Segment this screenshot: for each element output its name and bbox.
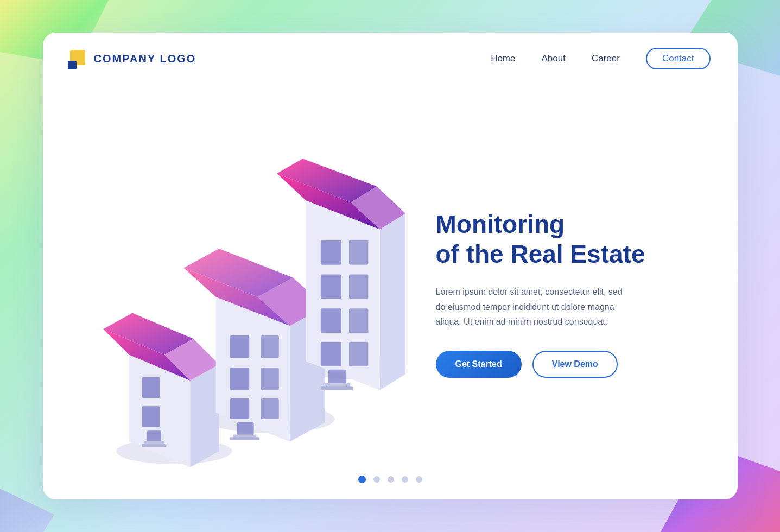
svg-rect-34 — [320, 274, 341, 299]
main-card: COMPANY LOGO Home About Career Contact — [43, 33, 738, 499]
nav-about[interactable]: About — [542, 53, 566, 64]
svg-marker-4 — [190, 364, 219, 467]
dot-2[interactable] — [373, 476, 380, 483]
dot-1[interactable] — [358, 476, 366, 483]
svg-rect-12 — [142, 444, 166, 447]
svg-rect-42 — [320, 387, 352, 390]
svg-marker-27 — [306, 200, 379, 390]
navbar: COMPANY LOGO Home About Career Contact — [43, 33, 738, 85]
svg-rect-18 — [230, 335, 249, 358]
content-area: Monitoring of the Real Estate Lorem ipsu… — [425, 210, 738, 378]
dot-4[interactable] — [402, 476, 408, 483]
get-started-button[interactable]: Get Started — [436, 351, 522, 378]
logo-text: COMPANY LOGO — [94, 53, 196, 65]
svg-rect-40 — [328, 370, 346, 384]
svg-rect-10 — [147, 430, 161, 442]
svg-rect-20 — [230, 398, 249, 419]
svg-rect-19 — [230, 368, 249, 390]
hero-section: Monitoring of the Real Estate Lorem ipsu… — [43, 85, 738, 499]
svg-marker-28 — [379, 213, 405, 390]
svg-rect-22 — [261, 368, 278, 390]
svg-rect-35 — [348, 274, 368, 299]
svg-rect-26 — [230, 437, 259, 440]
hero-description: Lorem ipsum dolor sit amet, consectetur … — [436, 284, 631, 329]
illustration-area — [43, 85, 425, 499]
dot-5[interactable] — [416, 476, 422, 483]
nav-career[interactable]: Career — [592, 53, 620, 64]
svg-rect-38 — [320, 342, 341, 366]
logo-icon — [70, 50, 87, 67]
nav-links: Home About Career Contact — [491, 48, 710, 69]
button-group: Get Started View Demo — [436, 351, 705, 378]
svg-rect-33 — [348, 240, 368, 265]
nav-contact-button[interactable]: Contact — [646, 48, 711, 69]
svg-rect-8 — [142, 377, 160, 398]
logo-blue-rect — [68, 61, 77, 69]
svg-rect-32 — [320, 240, 341, 265]
svg-rect-36 — [320, 308, 341, 333]
svg-rect-39 — [348, 342, 368, 366]
svg-rect-21 — [261, 335, 278, 358]
svg-rect-23 — [261, 398, 278, 419]
svg-rect-24 — [237, 422, 253, 435]
logo-area: COMPANY LOGO — [70, 50, 196, 67]
dot-3[interactable] — [388, 476, 394, 483]
nav-home[interactable]: Home — [491, 53, 515, 64]
buildings-illustration — [65, 85, 425, 499]
hero-title: Monitoring of the Real Estate — [436, 210, 705, 269]
svg-rect-9 — [142, 406, 160, 427]
pagination-dots — [358, 476, 422, 483]
svg-rect-37 — [348, 308, 368, 333]
view-demo-button[interactable]: View Demo — [532, 351, 618, 378]
